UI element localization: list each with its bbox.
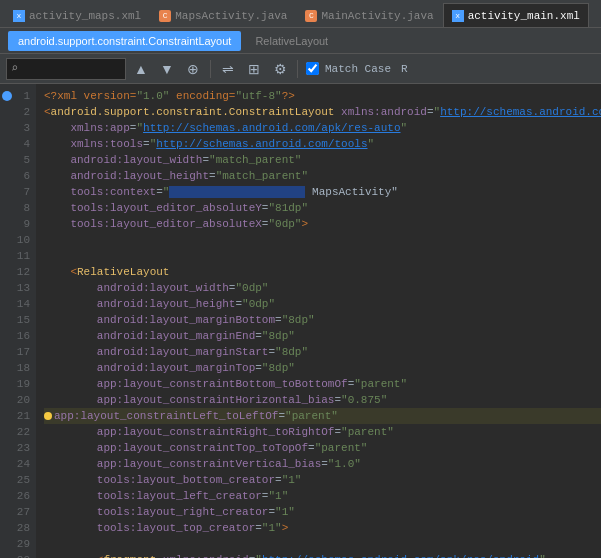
code-editor[interactable]: <?xml version="1.0" encoding="utf-8"?> <… bbox=[36, 84, 601, 558]
line-num: 24 bbox=[0, 456, 36, 472]
line-num: 30 bbox=[0, 552, 36, 558]
line-num: 28 bbox=[0, 520, 36, 536]
search-input[interactable] bbox=[22, 63, 102, 75]
code-line-24: app:layout_constraintVertical_bias="1.0" bbox=[44, 456, 601, 472]
code-line-3: xmlns:app="http://schemas.android.com/ap… bbox=[44, 120, 601, 136]
line-num: 19 bbox=[0, 376, 36, 392]
code-line-9: tools:layout_editor_absoluteX="0dp"> bbox=[44, 216, 601, 232]
code-line-1: <?xml version="1.0" encoding="utf-8"?> bbox=[44, 88, 601, 104]
code-line-30: <fragment xmlns:android="http://schemas.… bbox=[44, 552, 601, 558]
xml-icon: x bbox=[452, 10, 464, 22]
line-num: 11 bbox=[0, 248, 36, 264]
line-num: 4 bbox=[0, 136, 36, 152]
line-num: 27 bbox=[0, 504, 36, 520]
tab-main-activity[interactable]: C MainActivity.java bbox=[296, 3, 442, 27]
code-line-13: android:layout_width="0dp" bbox=[44, 280, 601, 296]
tab-activity-maps[interactable]: x activity_maps.xml bbox=[4, 3, 150, 27]
code-line-22: app:layout_constraintRight_toRightOf="pa… bbox=[44, 424, 601, 440]
line-num: 5 bbox=[0, 152, 36, 168]
line-num: 26 bbox=[0, 488, 36, 504]
code-line-6: android:layout_height="match_parent" bbox=[44, 168, 601, 184]
line-num: 2 bbox=[0, 104, 36, 120]
line-num: 10 bbox=[0, 232, 36, 248]
line-num: 7 bbox=[0, 184, 36, 200]
tab-label: activity_main.xml bbox=[468, 10, 580, 22]
code-line-14: android:layout_height="0dp" bbox=[44, 296, 601, 312]
format-btn[interactable]: ⊞ bbox=[243, 58, 265, 80]
code-line-27: tools:layout_right_creator="1" bbox=[44, 504, 601, 520]
code-line-28: tools:layout_top_creator="1"> bbox=[44, 520, 601, 536]
line-num: 12 bbox=[0, 264, 36, 280]
line-num: 9 bbox=[0, 216, 36, 232]
code-line-21: app:layout_constraintLeft_toLeftOf="pare… bbox=[44, 408, 601, 424]
settings-btn[interactable]: ⚙ bbox=[269, 58, 291, 80]
divider2 bbox=[297, 60, 298, 78]
relative-layout-btn[interactable]: RelativeLayout bbox=[245, 31, 338, 51]
next-result-btn[interactable]: ▼ bbox=[156, 58, 178, 80]
find-btn[interactable]: ⊕ bbox=[182, 58, 204, 80]
tab-label: MapsActivity.java bbox=[175, 10, 287, 22]
tab-bar: x activity_maps.xml C MapsActivity.java … bbox=[0, 0, 601, 28]
search-icon: ⌕ bbox=[11, 61, 18, 76]
search-box[interactable]: ⌕ bbox=[6, 58, 126, 80]
code-line-18: android:layout_marginTop="8dp" bbox=[44, 360, 601, 376]
code-line-5: android:layout_width="match_parent" bbox=[44, 152, 601, 168]
layout-selector: android.support.constraint.ConstraintLay… bbox=[0, 28, 601, 54]
code-line-17: android:layout_marginStart="8dp" bbox=[44, 344, 601, 360]
code-line-20: app:layout_constraintHorizontal_bias="0.… bbox=[44, 392, 601, 408]
code-line-12: <RelativeLayout bbox=[44, 264, 601, 280]
regex-label: R bbox=[401, 63, 408, 75]
code-line-2: <android.support.constraint.ConstraintLa… bbox=[44, 104, 601, 120]
line-num: 29 bbox=[0, 536, 36, 552]
line-num: 18 bbox=[0, 360, 36, 376]
line-num: 8 bbox=[0, 200, 36, 216]
line-num-indicator: 1 bbox=[0, 88, 36, 104]
toolbar: ⌕ ▲ ▼ ⊕ ⇌ ⊞ ⚙ Match Case R bbox=[0, 54, 601, 84]
line-num: 20 bbox=[0, 392, 36, 408]
code-line-15: android:layout_marginBottom="8dp" bbox=[44, 312, 601, 328]
line-num: 16 bbox=[0, 328, 36, 344]
line-num: 3 bbox=[0, 120, 36, 136]
java-icon: C bbox=[159, 10, 171, 22]
prev-result-btn[interactable]: ▲ bbox=[130, 58, 152, 80]
tab-activity-main[interactable]: x activity_main.xml bbox=[443, 3, 589, 27]
tab-label: MainActivity.java bbox=[321, 10, 433, 22]
constraint-layout-btn[interactable]: android.support.constraint.ConstraintLay… bbox=[8, 31, 241, 51]
code-line-25: tools:layout_bottom_creator="1" bbox=[44, 472, 601, 488]
divider bbox=[210, 60, 211, 78]
code-line-19: app:layout_constraintBottom_toBottomOf="… bbox=[44, 376, 601, 392]
line-num: 23 bbox=[0, 440, 36, 456]
tab-maps-activity[interactable]: C MapsActivity.java bbox=[150, 3, 296, 27]
xml-icon: x bbox=[13, 10, 25, 22]
code-line-7: tools:context=" MapsActivity" bbox=[44, 184, 601, 200]
align-btn[interactable]: ⇌ bbox=[217, 58, 239, 80]
tab-label: activity_maps.xml bbox=[29, 10, 141, 22]
code-line-16: android:layout_marginEnd="8dp" bbox=[44, 328, 601, 344]
match-case-label: Match Case bbox=[325, 63, 391, 75]
line-num: 15 bbox=[0, 312, 36, 328]
line-num: 22 bbox=[0, 424, 36, 440]
code-line-23: app:layout_constraintTop_toTopOf="parent… bbox=[44, 440, 601, 456]
code-line-26: tools:layout_left_creator="1" bbox=[44, 488, 601, 504]
code-line-29 bbox=[44, 536, 601, 552]
java-icon: C bbox=[305, 10, 317, 22]
code-line-8: tools:layout_editor_absoluteY="81dp" bbox=[44, 200, 601, 216]
code-line-10 bbox=[44, 232, 601, 248]
code-area: 1 2 3 4 5 6 7 8 9 10 11 12 13 14 15 16 1… bbox=[0, 84, 601, 558]
code-line-11 bbox=[44, 248, 601, 264]
line-numbers: 1 2 3 4 5 6 7 8 9 10 11 12 13 14 15 16 1… bbox=[0, 84, 36, 558]
line-num: 25 bbox=[0, 472, 36, 488]
line-num: 13 bbox=[0, 280, 36, 296]
line-num: 21 bbox=[0, 408, 36, 424]
match-case-checkbox[interactable] bbox=[306, 62, 319, 75]
line-num: 14 bbox=[0, 296, 36, 312]
code-line-4: xmlns:tools="http://schemas.android.com/… bbox=[44, 136, 601, 152]
line-num: 17 bbox=[0, 344, 36, 360]
line-num: 6 bbox=[0, 168, 36, 184]
